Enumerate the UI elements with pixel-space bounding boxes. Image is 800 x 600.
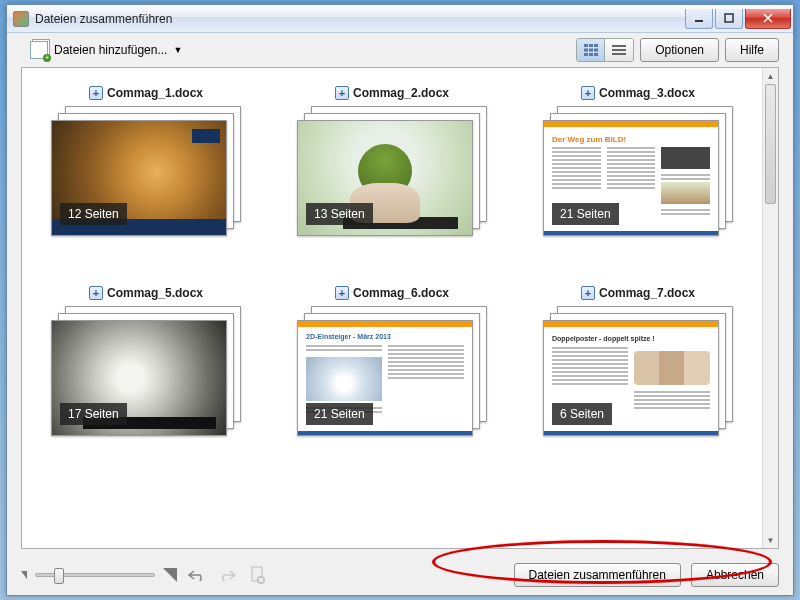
expand-button[interactable]: + [335, 86, 349, 100]
file-item-header: +Commag_5.docx [89, 286, 203, 300]
list-icon [612, 44, 626, 56]
options-button[interactable]: Optionen [640, 38, 719, 62]
zoom-slider[interactable] [35, 573, 155, 577]
svg-rect-12 [612, 49, 626, 51]
thumbnail: 12 Seiten [51, 120, 227, 236]
svg-rect-5 [584, 49, 588, 52]
page-stack[interactable]: 2D-Einsteiger - März 201321 Seiten [297, 306, 487, 436]
file-item-header: +Commag_7.docx [581, 286, 695, 300]
file-name: Commag_3.docx [599, 86, 695, 100]
page-stack[interactable]: Der Weg zum BILD!21 Seiten [543, 106, 733, 236]
thumbnail: 13 Seiten [297, 120, 473, 236]
toolbar: + Dateien hinzufügen... ▼ Optionen Hilfe [7, 33, 793, 67]
file-item-header: +Commag_6.docx [335, 286, 449, 300]
close-button[interactable] [745, 9, 791, 29]
file-item-header: +Commag_2.docx [335, 86, 449, 100]
file-name: Commag_7.docx [599, 286, 695, 300]
svg-rect-3 [589, 44, 593, 47]
dropdown-arrow-icon: ▼ [173, 45, 182, 55]
svg-rect-10 [594, 53, 598, 56]
file-item[interactable]: +Commag_7.docxDoppelposter - doppelt spi… [524, 286, 752, 436]
svg-rect-9 [589, 53, 593, 56]
file-name: Commag_5.docx [107, 286, 203, 300]
page-count-badge: 13 Seiten [306, 203, 373, 225]
window-title: Dateien zusammenführen [35, 12, 683, 26]
add-files-menu[interactable]: + Dateien hinzufügen... ▼ [21, 37, 191, 63]
zoom-in-icon[interactable] [163, 568, 177, 582]
help-button[interactable]: Hilfe [725, 38, 779, 62]
svg-rect-0 [695, 20, 703, 22]
grid-icon [584, 44, 598, 56]
svg-rect-1 [725, 14, 733, 22]
combine-files-button[interactable]: Dateien zusammenführen [514, 563, 681, 587]
dialog-window: Dateien zusammenführen + Dateien hinzufü… [6, 4, 794, 596]
zoom-slider-knob[interactable] [54, 568, 64, 584]
file-item[interactable]: +Commag_5.docx17 Seiten [32, 286, 260, 436]
thumbnail: Der Weg zum BILD!21 Seiten [543, 120, 719, 236]
svg-rect-6 [589, 49, 593, 52]
page-count-badge: 6 Seiten [552, 403, 612, 425]
view-grid-button[interactable] [577, 39, 605, 61]
svg-rect-4 [594, 44, 598, 47]
page-stack[interactable]: 13 Seiten [297, 106, 487, 236]
page-count-badge: 21 Seiten [552, 203, 619, 225]
scroll-up-icon[interactable]: ▲ [763, 68, 778, 84]
expand-button[interactable]: + [581, 86, 595, 100]
file-list-panel: +Commag_1.docx12 Seiten+Commag_2.docx13 … [21, 67, 779, 549]
expand-button[interactable]: + [89, 286, 103, 300]
page-stack[interactable]: 17 Seiten [51, 306, 241, 436]
undo-button[interactable] [187, 565, 207, 585]
zoom-out-icon[interactable] [21, 571, 27, 579]
window-buttons [683, 9, 791, 29]
file-name: Commag_1.docx [107, 86, 203, 100]
page-stack[interactable]: Doppelposter - doppelt spitze !6 Seiten [543, 306, 733, 436]
page-count-badge: 17 Seiten [60, 403, 127, 425]
add-files-label: Dateien hinzufügen... [54, 43, 167, 57]
page-count-badge: 12 Seiten [60, 203, 127, 225]
file-name: Commag_6.docx [353, 286, 449, 300]
footer-bar: Dateien zusammenführen Abbrechen [7, 555, 793, 595]
thumbnail: 17 Seiten [51, 320, 227, 436]
scrollbar[interactable]: ▲ ▼ [762, 68, 778, 548]
view-list-button[interactable] [605, 39, 633, 61]
expand-button[interactable]: + [89, 86, 103, 100]
add-files-icon: + [30, 41, 48, 59]
expand-button[interactable]: + [335, 286, 349, 300]
svg-rect-8 [584, 53, 588, 56]
redo-button[interactable] [217, 565, 237, 585]
zoom-control [21, 568, 177, 582]
file-item[interactable]: +Commag_1.docx12 Seiten [32, 86, 260, 236]
file-item-header: +Commag_1.docx [89, 86, 203, 100]
file-item-header: +Commag_3.docx [581, 86, 695, 100]
cancel-button[interactable]: Abbrechen [691, 563, 779, 587]
svg-rect-13 [612, 53, 626, 55]
file-grid: +Commag_1.docx12 Seiten+Commag_2.docx13 … [22, 68, 762, 548]
view-switch [576, 38, 634, 62]
minimize-button[interactable] [685, 9, 713, 29]
maximize-button[interactable] [715, 9, 743, 29]
svg-rect-7 [594, 49, 598, 52]
scrollbar-thumb[interactable] [765, 84, 776, 204]
page-count-badge: 21 Seiten [306, 403, 373, 425]
app-icon [13, 11, 29, 27]
svg-rect-2 [584, 44, 588, 47]
file-item[interactable]: +Commag_6.docx2D-Einsteiger - März 20132… [278, 286, 506, 436]
file-item[interactable]: +Commag_2.docx13 Seiten [278, 86, 506, 236]
thumbnail: 2D-Einsteiger - März 201321 Seiten [297, 320, 473, 436]
remove-button[interactable] [247, 565, 267, 585]
file-item[interactable]: +Commag_3.docxDer Weg zum BILD!21 Seiten [524, 86, 752, 236]
thumbnail: Doppelposter - doppelt spitze !6 Seiten [543, 320, 719, 436]
scroll-down-icon[interactable]: ▼ [763, 532, 778, 548]
file-name: Commag_2.docx [353, 86, 449, 100]
page-stack[interactable]: 12 Seiten [51, 106, 241, 236]
titlebar: Dateien zusammenführen [7, 5, 793, 33]
svg-rect-11 [612, 45, 626, 47]
expand-button[interactable]: + [581, 286, 595, 300]
